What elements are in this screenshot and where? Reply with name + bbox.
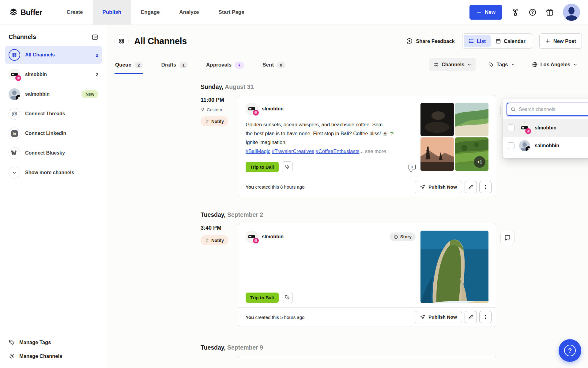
publish-now-button[interactable]: Publish Now (415, 181, 462, 193)
hashtag-link[interactable]: #CoffeeEnthusiasts (316, 148, 360, 154)
add-tag-button[interactable] (282, 292, 293, 303)
manage-tags-button[interactable]: Manage Tags (5, 335, 102, 349)
buffer-layers-icon (9, 8, 18, 17)
salmobbin-avatar: X (9, 88, 20, 100)
calendar-view-button[interactable]: Calendar (491, 35, 530, 47)
kebab-menu-icon (483, 184, 488, 190)
post-hashtags: #BaliMagic #TravelerCreatives #CoffeeEnt… (246, 147, 416, 156)
nav-item-analyze[interactable]: Analyze (169, 0, 209, 25)
mobile-notify-icon (205, 238, 209, 243)
nav-item-publish[interactable]: Publish (93, 0, 131, 25)
post-image-4[interactable]: +1 (455, 137, 488, 171)
post-media: +1 (420, 103, 488, 172)
post-more-menu-button[interactable] (479, 181, 492, 193)
help-fab-button[interactable]: ? (559, 339, 581, 362)
edit-post-button[interactable] (465, 181, 477, 193)
dropdown-option-slmobbin[interactable]: slmobbin (503, 119, 588, 137)
sidebar-item-slmobbin[interactable]: slmobbin 2 (5, 66, 102, 83)
gift-icon[interactable] (546, 8, 554, 16)
channel-search[interactable] (507, 103, 588, 116)
feedback-heart-bubble-icon (406, 38, 413, 44)
question-mark-icon: ? (564, 345, 576, 356)
bluesky-butterfly-icon (9, 147, 20, 159)
post-image-story[interactable] (420, 231, 488, 303)
tab-sent[interactable]: Sent 0 (262, 57, 286, 74)
send-icon (420, 184, 425, 190)
tag-trip-to-bali[interactable]: Trip to Bali (246, 293, 279, 303)
slmobbin-checkbox[interactable] (508, 125, 514, 131)
hashtag-link[interactable]: #BaliMagic (246, 148, 270, 154)
share-feedback-label: Share Feedback (416, 38, 455, 44)
sidebar-item-salmobbin[interactable]: X salmobbin New (5, 85, 102, 103)
publish-now-button[interactable]: Publish Now (415, 311, 462, 323)
tag-trip-to-bali[interactable]: Trip to Bali (246, 162, 279, 172)
sidebar-item-all-channels[interactable]: All Channels 2 (5, 46, 102, 64)
sidebar-item-label: Connect LinkedIn (25, 131, 98, 136)
tab-queue[interactable]: Queue 2 (115, 57, 143, 74)
timezone-filter-button[interactable]: Los Angeles (528, 58, 582, 71)
new-post-button[interactable]: New Post (539, 33, 582, 49)
sidebar-item-connect-threads[interactable]: @ Connect Threads (5, 105, 102, 123)
calendar-label: Calendar (504, 38, 526, 44)
publish-now-label: Publish Now (428, 314, 457, 320)
new-post-label: New Post (553, 38, 576, 44)
tab-approvals[interactable]: Approvals (205, 57, 245, 74)
dropdown-option-label: slmobbin (535, 125, 556, 131)
edit-post-button[interactable] (465, 311, 477, 323)
channel-search-input[interactable] (519, 107, 586, 112)
manage-channels-button[interactable]: Manage Channels (5, 349, 102, 363)
post-image-3[interactable] (420, 137, 454, 171)
collapse-sidebar-icon[interactable] (92, 34, 98, 40)
instagram-badge-icon (253, 110, 259, 116)
schedule-type-label: Custom (207, 107, 222, 112)
sidebar-item-connect-bluesky[interactable]: Connect Bluesky (5, 144, 102, 162)
sidebar-item-connect-linkedin[interactable]: in Connect LinkedIn (5, 125, 102, 142)
post-more-menu-button[interactable] (479, 311, 492, 323)
buffer-logo[interactable]: Buffer (9, 0, 42, 25)
post-image-2[interactable] (455, 103, 488, 136)
globe-icon (532, 62, 538, 67)
avatar-head (568, 7, 575, 14)
sent-count-badge: 0 (277, 62, 285, 68)
see-more-link[interactable]: see more (365, 148, 386, 154)
list-view-button[interactable]: List (464, 35, 491, 47)
tab-drafts[interactable]: Drafts 1 (160, 57, 188, 74)
salmobbin-checkbox[interactable] (508, 142, 514, 149)
nav-item-start-page[interactable]: Start Page (209, 0, 254, 25)
post-notes-button[interactable] (500, 231, 514, 245)
referral-plant-icon[interactable] (511, 8, 519, 16)
add-tag-button[interactable] (282, 161, 293, 172)
post-image-1[interactable] (420, 103, 454, 136)
date-day: Sunday, (201, 83, 223, 90)
tags-filter-button[interactable]: Tags (484, 58, 519, 71)
tab-label: Drafts (161, 62, 176, 68)
more-images-overlay[interactable]: +1 (474, 156, 485, 168)
sidebar-item-show-more[interactable]: Show more channels (5, 164, 102, 182)
top-nav: Buffer Create Publish Engage Analyze Sta… (0, 0, 588, 25)
tag-icon (488, 62, 494, 67)
sidebar-item-label: Connect Bluesky (25, 150, 98, 156)
created-info: You created this 8 hours ago (246, 184, 304, 190)
person-head (12, 90, 17, 95)
post-text-fragment: the best plan is to have none. First sto… (246, 131, 381, 136)
hashtag-link[interactable]: #TravelerCreatives (272, 148, 314, 154)
lightning-badge-icon (235, 62, 244, 69)
x-badge-icon: X (526, 146, 530, 151)
list-label: List (477, 38, 486, 44)
all-channels-icon (9, 49, 20, 61)
new-button[interactable]: New (469, 5, 502, 20)
post-card[interactable]: slmobbin Story Trip to Ba (238, 223, 496, 327)
post-card[interactable]: slmobbin Golden sunsets, ocean whispers,… (238, 95, 496, 197)
nav-item-create[interactable]: Create (57, 0, 93, 25)
instagram-badge-icon (15, 75, 21, 81)
share-feedback-button[interactable]: Share Feedback (406, 38, 455, 44)
post-text-line: the best plan is to have none. First sto… (246, 129, 416, 138)
help-icon[interactable] (529, 8, 537, 16)
chevron-down-circle-icon (9, 167, 20, 178)
channels-filter-button[interactable]: Channels (429, 58, 476, 71)
user-avatar[interactable] (563, 4, 580, 21)
threads-icon: @ (9, 108, 20, 120)
dropdown-option-salmobbin[interactable]: X salmobbin (503, 137, 588, 155)
post-time: 3:40 PM (201, 225, 238, 231)
nav-item-engage[interactable]: Engage (131, 0, 169, 25)
